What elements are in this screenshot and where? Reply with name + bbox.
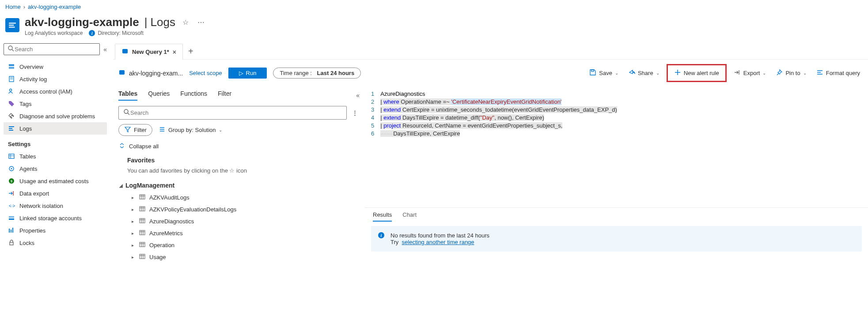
panel-tab-functions[interactable]: Functions [180, 90, 207, 101]
sidebar-item-tags[interactable]: Tags [4, 98, 107, 110]
sidebar-item-activity-log[interactable]: Activity log [4, 73, 107, 85]
results-tab-results[interactable]: Results [373, 211, 392, 222]
group-by-dropdown[interactable]: Group by: Solution ⌄ [159, 126, 222, 134]
workspace-icon [118, 69, 125, 77]
svg-text:<·>: <·> [9, 203, 15, 208]
collapse-all-button[interactable]: Collapse all [118, 142, 360, 151]
sidebar-item-usage-and-estimated-costs[interactable]: $Usage and estimated costs [4, 175, 107, 187]
table-icon [139, 193, 146, 202]
table-icon [139, 241, 146, 249]
table-item-azkvauditlogs[interactable]: ▸AZKVAuditLogs [119, 192, 360, 203]
sidebar-item-linked-storage-accounts[interactable]: Linked storage accounts [4, 212, 107, 224]
caret-right-icon: ▸ [132, 219, 135, 224]
new-alert-rule-button[interactable]: New alert rule [671, 67, 722, 79]
sidebar-search[interactable] [4, 43, 100, 55]
panel-more-button[interactable]: ⋮ [350, 108, 360, 118]
sidebar-search-input[interactable] [15, 46, 96, 53]
panel-tab-filter[interactable]: Filter [218, 90, 231, 101]
query-tab-active[interactable]: New Query 1* × [115, 44, 183, 60]
sidebar-item-agents[interactable]: Agents [4, 162, 107, 175]
panel-collapse-button[interactable]: « [356, 90, 360, 101]
svg-text:$: $ [11, 179, 13, 183]
favorite-button[interactable]: ☆ [181, 16, 190, 28]
sidebar-item-overview[interactable]: Overview [4, 60, 107, 73]
storage-icon [8, 215, 15, 222]
sidebar-item-access-control-iam-[interactable]: Access control (IAM) [4, 85, 107, 98]
table-item-azkvpolicyevaluationdetailslogs[interactable]: ▸AZKVPolicyEvaluationDetailsLogs [119, 203, 360, 215]
caret-right-icon: ▸ [132, 231, 135, 236]
main-area: New Query 1* × + akv-logging-exam... Sel… [110, 43, 868, 267]
filter-pill[interactable]: Filter [118, 124, 152, 136]
select-scope-link[interactable]: Select scope [189, 70, 222, 76]
code-line: AzureDiagnostics [380, 90, 868, 98]
collapse-icon [118, 142, 125, 151]
search-icon [123, 109, 130, 117]
sidebar-item-locks[interactable]: Locks [4, 237, 107, 249]
results-area: Results Chart i No results found from th… [365, 207, 868, 256]
format-query-button[interactable]: Format query [814, 67, 863, 79]
caret-down-icon: ◢ [119, 183, 123, 188]
usage-icon: $ [8, 177, 15, 184]
properties-icon [8, 227, 15, 234]
sidebar-collapse-button[interactable]: « [103, 46, 107, 53]
breadcrumb-home[interactable]: Home [5, 4, 21, 10]
close-tab-icon[interactable]: × [173, 49, 176, 56]
svg-rect-2 [9, 26, 15, 27]
query-tabbar: New Query 1* × + [113, 43, 868, 60]
table-item-azuremetrics[interactable]: ▸AzureMetrics [119, 227, 360, 239]
sidebar-item-tables[interactable]: Tables [4, 150, 107, 162]
breadcrumb-resource[interactable]: akv-logging-example [28, 4, 81, 10]
svg-rect-12 [9, 128, 12, 129]
table-item-operation[interactable]: ▸Operation [119, 239, 360, 251]
sidebar-item-network-isolation[interactable]: <·>Network isolation [4, 199, 107, 212]
no-results-info: i No results found from the last 24 hour… [371, 226, 862, 252]
page-header: akv-logging-example | Logs ☆ ⋯ Log Analy… [0, 14, 868, 43]
panel-tab-tables[interactable]: Tables [118, 90, 137, 101]
table-item-usage[interactable]: ▸Usage [119, 251, 360, 263]
save-button[interactable]: Save⌄ [587, 67, 621, 79]
code-editor[interactable]: 123456 AzureDiagnostics| where Operation… [365, 87, 868, 141]
info-icon: i [378, 232, 384, 238]
svg-rect-5 [9, 64, 14, 66]
export-button[interactable]: Export⌄ [731, 67, 769, 79]
more-button[interactable]: ⋯ [196, 16, 206, 28]
svg-rect-46 [140, 207, 145, 211]
select-time-range-link[interactable]: selecting another time range [402, 239, 474, 245]
caret-right-icon: ▸ [132, 207, 135, 212]
tree-group-logmanagement[interactable]: ◢ LogManagement [119, 182, 360, 189]
sidebar-item-diagnose-and-solve-problems[interactable]: Diagnose and solve problems [4, 110, 107, 122]
svg-rect-0 [9, 23, 16, 23]
breadcrumb-separator: › [23, 4, 25, 10]
svg-rect-29 [122, 49, 128, 53]
sidebar-item-data-export[interactable]: Data export [4, 187, 107, 199]
tables-panel: Tables Queries Functions Filter « ⋮ Filt… [113, 87, 365, 267]
activity-icon [8, 75, 15, 83]
add-tab-button[interactable]: + [183, 46, 199, 56]
results-tab-chart[interactable]: Chart [402, 211, 417, 222]
sidebar-item-logs[interactable]: Logs [4, 122, 107, 135]
table-item-azurediagnostics[interactable]: ▸AzureDiagnostics [119, 215, 360, 227]
workspace-icon [121, 48, 129, 56]
share-button[interactable]: Share⌄ [625, 67, 662, 79]
svg-rect-31 [591, 70, 594, 72]
svg-rect-11 [9, 126, 14, 127]
svg-point-10 [10, 89, 12, 91]
panel-search[interactable] [118, 106, 347, 120]
agents-icon [8, 165, 15, 172]
panel-search-input[interactable] [130, 109, 342, 116]
pin-button[interactable]: Pin to⌄ [773, 67, 809, 79]
resource-type: Log Analytics workspace [25, 30, 83, 36]
panel-tab-queries[interactable]: Queries [148, 90, 170, 101]
caret-right-icon: ▸ [132, 255, 135, 260]
sidebar-item-properties[interactable]: Properties [4, 224, 107, 237]
svg-rect-30 [119, 70, 125, 75]
play-icon: ▷ [239, 70, 243, 76]
svg-rect-54 [140, 230, 145, 235]
scope-display: akv-logging-exam... [118, 69, 183, 77]
time-range-picker[interactable]: Time range : Last 24 hours [273, 68, 361, 79]
search-icon [8, 45, 15, 53]
pin-icon [776, 69, 783, 77]
svg-point-37 [124, 109, 128, 113]
run-button[interactable]: ▷ Run [228, 68, 267, 79]
code-line: | extend CertExpire = unixtime_seconds_t… [380, 106, 868, 114]
